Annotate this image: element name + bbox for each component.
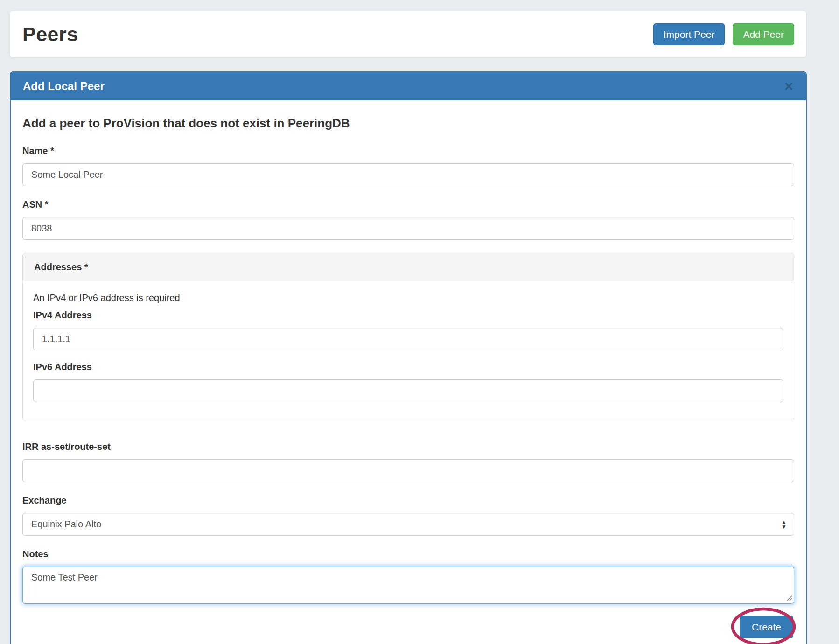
addresses-panel-heading: Addresses *: [23, 253, 794, 281]
close-icon[interactable]: ✕: [784, 81, 794, 92]
panel-heading: Add Local Peer ✕: [11, 72, 806, 100]
form-heading: Add a peer to ProVision that does not ex…: [22, 116, 794, 131]
page-title: Peers: [22, 23, 78, 46]
create-button[interactable]: Create: [740, 616, 793, 638]
notes-textarea[interactable]: Some Test Peer: [22, 567, 794, 604]
asn-field-group: ASN *: [22, 199, 794, 240]
page: { "header": { "title": "Peers", "import_…: [0, 0, 839, 644]
panel-body: Add a peer to ProVision that does not ex…: [11, 100, 806, 644]
add-peer-button[interactable]: Add Peer: [733, 23, 794, 45]
arrow-down-icon: ▼: [781, 525, 787, 529]
name-label: Name *: [22, 146, 794, 156]
name-input[interactable]: [22, 163, 794, 186]
irr-field-group: IRR as-set/route-set: [22, 441, 794, 482]
ipv6-field-group: IPv6 Address: [33, 362, 783, 402]
ipv4-label: IPv4 Address: [33, 310, 783, 321]
addresses-panel-body: An IPv4 or IPv6 address is required IPv4…: [23, 281, 794, 420]
exchange-select[interactable]: Equinix Palo Alto ▲ ▼: [22, 513, 794, 536]
addresses-hint: An IPv4 or IPv6 address is required: [33, 293, 783, 303]
irr-input[interactable]: [22, 459, 794, 482]
ipv6-label: IPv6 Address: [33, 362, 783, 372]
select-arrows-icon: ▲ ▼: [781, 520, 787, 529]
create-button-annotated-wrap: Create: [740, 616, 793, 638]
page-background: Peers Import Peer Add Peer Add Local Pee…: [0, 0, 839, 644]
asn-label: ASN *: [22, 199, 794, 210]
page-header-card: Peers Import Peer Add Peer: [10, 11, 807, 57]
irr-label: IRR as-set/route-set: [22, 441, 794, 452]
exchange-field-group: Exchange Equinix Palo Alto ▲ ▼: [22, 495, 794, 536]
exchange-label: Exchange: [22, 495, 794, 506]
add-local-peer-panel: Add Local Peer ✕ Add a peer to ProVision…: [10, 71, 807, 644]
ipv4-input[interactable]: [33, 328, 783, 350]
asn-input[interactable]: [22, 217, 794, 240]
ipv6-input[interactable]: [33, 379, 783, 402]
form-actions: Create: [22, 616, 794, 638]
name-field-group: Name *: [22, 146, 794, 186]
notes-label: Notes: [22, 549, 794, 560]
panel-title: Add Local Peer: [23, 80, 105, 93]
import-peer-button[interactable]: Import Peer: [653, 23, 725, 45]
notes-textarea-wrap: Some Test Peer: [22, 567, 794, 604]
header-actions: Import Peer Add Peer: [653, 23, 794, 45]
textarea-resize-handle[interactable]: [786, 595, 792, 601]
exchange-selected-value: Equinix Palo Alto: [31, 519, 101, 530]
notes-field-group: Notes Some Test Peer: [22, 549, 794, 604]
ipv4-field-group: IPv4 Address: [33, 310, 783, 350]
addresses-panel: Addresses * An IPv4 or IPv6 address is r…: [22, 253, 794, 420]
